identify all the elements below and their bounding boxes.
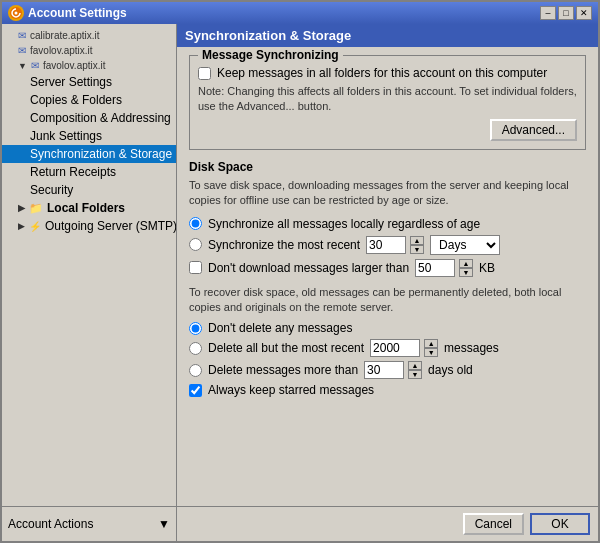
sidebar-item-copies-folders[interactable]: Copies & Folders: [2, 91, 176, 109]
title-bar-left: Account Settings: [8, 5, 127, 21]
disk-desc: To save disk space, downloading messages…: [189, 178, 586, 209]
account-actions-bar: Account Actions ▼: [2, 507, 177, 541]
expand-icon-smtp: ▶: [18, 221, 25, 231]
sync-recent-spinner: ▲ ▼: [366, 236, 424, 254]
sidebar-item-composition[interactable]: Composition & Addressing: [2, 109, 176, 127]
delete-older-label: Delete messages more than: [208, 363, 358, 377]
minimize-button[interactable]: –: [540, 6, 556, 20]
sync-recent-radio[interactable]: [189, 238, 202, 251]
delete-recent-label: Delete all but the most recent: [208, 341, 364, 355]
delete-recent-spinner: ▲ ▼: [370, 339, 438, 357]
dont-download-up[interactable]: ▲: [459, 259, 473, 268]
disk-space-section: Disk Space To save disk space, downloadi…: [189, 160, 586, 398]
account-icon-1: ✉: [18, 30, 26, 41]
sidebar-account-1[interactable]: ✉ calibrate.aptix.it: [2, 28, 176, 43]
expand-icon-3: ▼: [18, 61, 27, 71]
folder-icon-local: 📁: [29, 202, 43, 215]
main-window: Account Settings – □ ✕ ✉ calibrate.aptix…: [0, 0, 600, 543]
dont-download-down[interactable]: ▼: [459, 268, 473, 277]
sync-all-radio[interactable]: [189, 217, 202, 230]
svg-point-1: [15, 12, 18, 15]
sidebar-account-3[interactable]: ▼ ✉ favolov.aptix.it: [2, 58, 176, 73]
sidebar-account-2[interactable]: ✉ favolov.aptix.it: [2, 43, 176, 58]
app-icon: [8, 5, 24, 21]
sidebar-item-security[interactable]: Security: [2, 181, 176, 199]
sync-recent-up[interactable]: ▲: [410, 236, 424, 245]
delete-older-up[interactable]: ▲: [408, 361, 422, 370]
title-buttons: – □ ✕: [540, 6, 592, 20]
account-actions-dropdown[interactable]: ▼: [158, 517, 170, 531]
sync-all-row: Synchronize all messages locally regardl…: [189, 217, 586, 231]
advanced-button[interactable]: Advanced...: [490, 119, 577, 141]
advanced-row: Advanced...: [198, 119, 577, 141]
dont-download-checkbox[interactable]: [189, 261, 202, 274]
window-title: Account Settings: [28, 6, 127, 20]
keep-starred-row: Always keep starred messages: [189, 383, 586, 397]
keep-messages-row: Keep messages in all folders for this ac…: [198, 66, 577, 80]
sync-all-label: Synchronize all messages locally regardl…: [208, 217, 480, 231]
maximize-button[interactable]: □: [558, 6, 574, 20]
message-sync-label: Message Synchronizing: [198, 48, 343, 62]
delete-older-down[interactable]: ▼: [408, 370, 422, 379]
account-icon-2: ✉: [18, 45, 26, 56]
sync-recent-unit-select[interactable]: Days Weeks Months: [430, 235, 500, 255]
bottom-panel: Account Actions ▼ Cancel OK: [2, 506, 598, 541]
title-bar: Account Settings – □ ✕: [2, 2, 598, 24]
close-button[interactable]: ✕: [576, 6, 592, 20]
message-sync-group: Message Synchronizing Keep messages in a…: [189, 55, 586, 150]
dont-download-label: Don't download messages larger than: [208, 261, 409, 275]
content-area: ✉ calibrate.aptix.it ✉ favolov.aptix.it …: [2, 24, 598, 506]
dont-download-spinner: ▲ ▼: [415, 259, 473, 277]
keep-messages-text: Keep messages in all folders for this ac…: [217, 66, 547, 80]
sync-note: Note: Changing this affects all folders …: [198, 84, 577, 115]
delete-recent-up[interactable]: ▲: [424, 339, 438, 348]
sidebar-item-sync[interactable]: Synchronization & Storage: [2, 145, 176, 163]
expand-icon-local: ▶: [18, 203, 25, 213]
disk-space-label: Disk Space: [189, 160, 586, 174]
sidebar-item-return-receipts[interactable]: Return Receipts: [2, 163, 176, 181]
sync-recent-label: Synchronize the most recent: [208, 238, 360, 252]
recovery-desc: To recover disk space, old messages can …: [189, 285, 586, 316]
sync-recent-spinner-buttons: ▲ ▼: [410, 236, 424, 254]
sidebar-item-local-folders[interactable]: ▶ 📁 Local Folders: [2, 199, 176, 217]
delete-recent-row: Delete all but the most recent ▲ ▼ messa…: [189, 339, 586, 357]
sidebar: ✉ calibrate.aptix.it ✉ favolov.aptix.it …: [2, 24, 177, 506]
delete-older-spinner-buttons: ▲ ▼: [408, 361, 422, 379]
dont-delete-row: Don't delete any messages: [189, 321, 586, 335]
delete-recent-down[interactable]: ▼: [424, 348, 438, 357]
sidebar-item-smtp[interactable]: ▶ ⚡ Outgoing Server (SMTP): [2, 217, 176, 235]
smtp-icon: ⚡: [29, 221, 41, 232]
delete-older-input[interactable]: [364, 361, 404, 379]
cancel-button[interactable]: Cancel: [463, 513, 524, 535]
delete-recent-unit: messages: [444, 341, 499, 355]
ok-cancel-bar: Cancel OK: [177, 507, 598, 541]
dont-download-spinner-buttons: ▲ ▼: [459, 259, 473, 277]
dont-delete-label: Don't delete any messages: [208, 321, 352, 335]
delete-older-unit: days old: [428, 363, 473, 377]
delete-recent-input[interactable]: [370, 339, 420, 357]
sync-recent-row: Synchronize the most recent ▲ ▼ Days Wee…: [189, 235, 586, 255]
sync-recent-input[interactable]: [366, 236, 406, 254]
sync-recent-down[interactable]: ▼: [410, 245, 424, 254]
dont-download-unit: KB: [479, 261, 495, 275]
section-header: Synchronization & Storage: [177, 24, 598, 47]
ok-button[interactable]: OK: [530, 513, 590, 535]
panel-content: Message Synchronizing Keep messages in a…: [177, 47, 598, 506]
dont-download-row: Don't download messages larger than ▲ ▼ …: [189, 259, 586, 277]
keep-messages-checkbox[interactable]: [198, 67, 211, 80]
sidebar-item-junk[interactable]: Junk Settings: [2, 127, 176, 145]
dont-download-input[interactable]: [415, 259, 455, 277]
account-actions-label: Account Actions: [8, 517, 93, 531]
main-panel: Synchronization & Storage Message Synchr…: [177, 24, 598, 506]
delete-older-radio[interactable]: [189, 364, 202, 377]
account-icon-3: ✉: [31, 60, 39, 71]
delete-recent-spinner-buttons: ▲ ▼: [424, 339, 438, 357]
dont-delete-radio[interactable]: [189, 322, 202, 335]
keep-starred-label: Always keep starred messages: [208, 383, 374, 397]
delete-older-spinner: ▲ ▼: [364, 361, 422, 379]
sidebar-item-server-settings[interactable]: Server Settings: [2, 73, 176, 91]
keep-starred-checkbox[interactable]: [189, 384, 202, 397]
delete-recent-radio[interactable]: [189, 342, 202, 355]
delete-older-row: Delete messages more than ▲ ▼ days old: [189, 361, 586, 379]
